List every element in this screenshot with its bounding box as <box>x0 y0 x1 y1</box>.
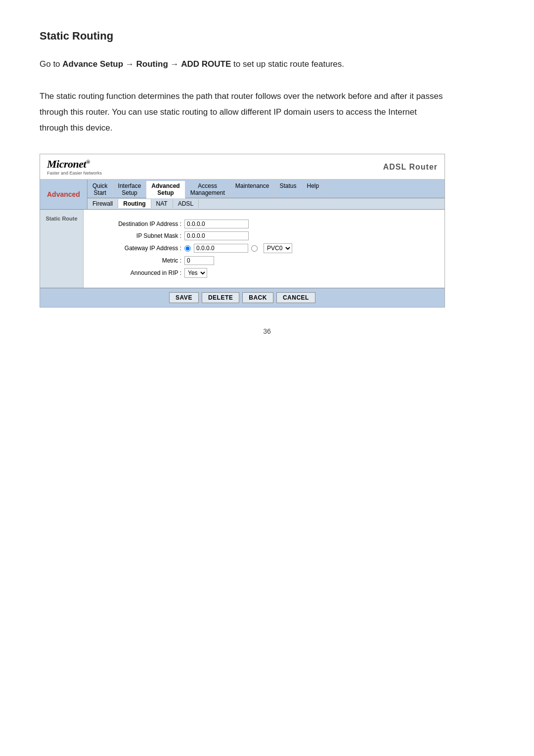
tab-access-management[interactable]: Access Management <box>185 181 230 198</box>
tab-firewall[interactable]: Firewall <box>88 199 118 208</box>
pvc-select[interactable]: PVC0 PVC1 PVC2 PVC3 <box>264 243 292 253</box>
gateway-ip-label: Gateway IP Address : <box>92 245 181 252</box>
nav-advanced-label: Advanced <box>40 179 88 210</box>
nav-bottom-tabs: Firewall Routing NAT ADSL <box>88 198 445 209</box>
dest-ip-label: Destination IP Address : <box>92 221 181 227</box>
tab-interface-setup[interactable]: Interface Setup <box>113 181 147 198</box>
metric-label: Metric : <box>92 257 181 264</box>
gateway-ip-row: Gateway IP Address : PVC0 PVC1 PVC2 PVC3 <box>92 243 436 253</box>
desc-intro: Go to <box>40 59 62 69</box>
sidebar-item-static-route[interactable]: Static Route <box>42 214 81 223</box>
gateway-radio-ip[interactable] <box>184 245 191 252</box>
subnet-mask-row: IP Subnet Mask : <box>92 231 436 240</box>
page-description: Go to Advance Setup → Routing → ADD ROUT… <box>40 56 445 136</box>
desc-arrow1: → <box>123 59 136 69</box>
left-sidebar: Static Route <box>40 210 84 288</box>
subnet-mask-label: IP Subnet Mask : <box>92 232 181 239</box>
desc-suffix: to set up static route features. <box>231 59 344 69</box>
announced-rip-row: Announced in RIP : Yes No <box>92 268 436 278</box>
tab-routing[interactable]: Routing <box>118 199 151 208</box>
tab-quick-start[interactable]: Quick Start <box>88 181 113 198</box>
gateway-radio-pvc[interactable] <box>251 245 258 252</box>
metric-input[interactable] <box>184 256 214 265</box>
dest-ip-row: Destination IP Address : <box>92 220 436 228</box>
nav-top-tabs: Quick Start Interface Setup Advanced Set… <box>88 179 445 199</box>
tab-maintenance[interactable]: Maintenance <box>230 181 275 198</box>
announced-rip-label: Announced in RIP : <box>92 269 181 276</box>
router-header: Micronet® Faster and Easier Networks ADS… <box>40 154 445 179</box>
router-ui: Micronet® Faster and Easier Networks ADS… <box>40 154 445 308</box>
desc-routing: Routing <box>136 59 168 69</box>
save-button[interactable]: SAVE <box>169 292 199 303</box>
logo-text: Micronet® <box>47 158 102 170</box>
nav-bar: Advanced Quick Start Interface Setup Adv… <box>40 179 445 210</box>
content-area: Static Route Destination IP Address : IP… <box>40 210 445 288</box>
main-content: Destination IP Address : IP Subnet Mask … <box>84 210 445 288</box>
adsl-router-label: ADSL Router <box>383 163 438 172</box>
page-number: 36 <box>40 327 494 335</box>
nav-tabs-area: Quick Start Interface Setup Advanced Set… <box>88 179 445 210</box>
delete-button[interactable]: DELETE <box>202 292 239 303</box>
gateway-ip-input[interactable] <box>194 244 248 253</box>
logo-tagline: Faster and Easier Networks <box>47 171 102 176</box>
form-section: Destination IP Address : IP Subnet Mask … <box>92 220 436 278</box>
button-bar: SAVE DELETE BACK CANCEL <box>40 288 445 307</box>
subnet-mask-input[interactable] <box>184 231 249 240</box>
desc-add-route: ADD ROUTE <box>181 59 231 69</box>
tab-advanced-setup[interactable]: Advanced Setup <box>146 181 185 199</box>
desc-arrow2: → <box>168 59 181 69</box>
announced-rip-select[interactable]: Yes No <box>184 268 207 278</box>
tab-adsl[interactable]: ADSL <box>173 199 199 208</box>
tab-status[interactable]: Status <box>274 181 302 198</box>
desc-advance-setup: Advance Setup <box>62 59 123 69</box>
back-button[interactable]: BACK <box>242 292 273 303</box>
gateway-radio-group: PVC0 PVC1 PVC2 PVC3 <box>184 243 292 253</box>
tab-help[interactable]: Help <box>302 181 324 198</box>
logo-area: Micronet® Faster and Easier Networks <box>47 158 102 176</box>
desc-para2: The static routing function determines t… <box>40 89 445 136</box>
metric-row: Metric : <box>92 256 436 265</box>
dest-ip-input[interactable] <box>184 220 249 228</box>
cancel-button[interactable]: CANCEL <box>276 292 315 303</box>
tab-nat[interactable]: NAT <box>151 199 173 208</box>
page-title: Static Routing <box>40 30 494 43</box>
